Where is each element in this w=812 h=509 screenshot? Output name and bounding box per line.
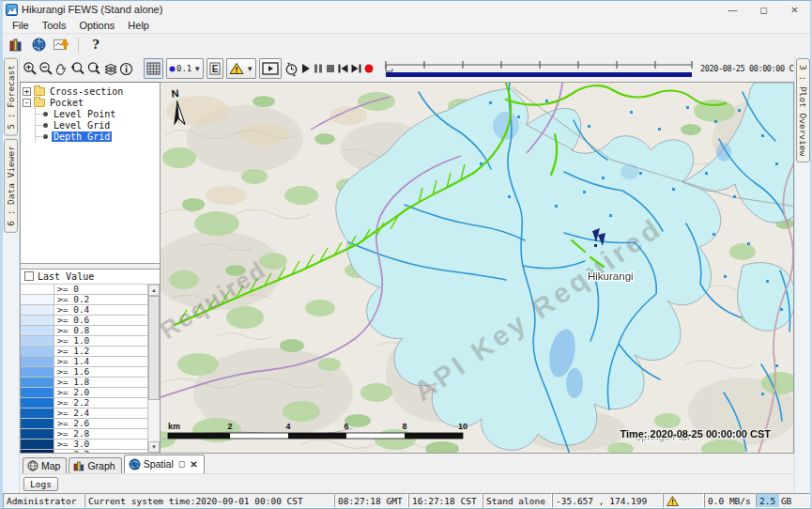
svg-text:6: 6 xyxy=(344,422,348,431)
chevron-down-icon: ▼ xyxy=(246,65,253,73)
layers-icon[interactable] xyxy=(103,58,118,79)
legend-row: >= 1.8 xyxy=(21,378,147,388)
help-button[interactable]: ? xyxy=(86,37,105,54)
logs-button[interactable]: Logs xyxy=(23,477,58,491)
title-bar[interactable]: Hikurangi FEWS (Stand alone) — ◻ ✕ xyxy=(3,1,810,18)
svg-text:E: E xyxy=(212,64,219,74)
timeline-extent-bar xyxy=(386,72,692,77)
legend-swatch xyxy=(21,388,54,397)
database-display-icon[interactable] xyxy=(7,37,25,54)
zoom-previous-icon[interactable] xyxy=(69,58,85,79)
legend-row: >= 0.6 xyxy=(21,316,147,326)
bullet-icon xyxy=(43,112,48,116)
scroll-up-icon[interactable]: ▲ xyxy=(148,285,160,296)
tab-spatial[interactable]: Spatial ◻ ✕ xyxy=(124,455,205,473)
grid-display-button[interactable] xyxy=(144,58,163,79)
legend-row: >= 2.4 xyxy=(21,409,147,419)
labels-button[interactable]: E xyxy=(207,58,223,79)
right-tab-strip: 3 : Plot Overview xyxy=(794,55,810,493)
status-warning-cell[interactable] xyxy=(663,493,704,508)
legend-row: >= 1.4 xyxy=(21,357,147,367)
legend-swatch xyxy=(21,357,54,366)
zoom-in-icon[interactable] xyxy=(23,58,38,79)
tree-node-label[interactable]: Level Point xyxy=(52,109,117,119)
menu-help[interactable]: Help xyxy=(122,19,155,32)
zoom-next-icon[interactable] xyxy=(86,58,102,79)
tree-node-depth-grid[interactable]: Depth Grid xyxy=(36,131,158,142)
legend-swatch xyxy=(21,347,54,356)
menu-options[interactable]: Options xyxy=(73,19,120,32)
close-tab-icon[interactable]: ✕ xyxy=(190,459,197,470)
status-mode: Stand alone xyxy=(483,493,552,508)
legend-swatch xyxy=(21,367,54,377)
legend-scrollbar[interactable]: ▲ ▼ xyxy=(147,285,160,453)
menu-file[interactable]: File xyxy=(7,19,35,32)
bullet-icon xyxy=(43,134,48,139)
classbreaks-value: 0.1 xyxy=(176,64,192,73)
legend-panel: Last Value >= 0 >= 0.2 >= 0.4 >= 0.6 >= … xyxy=(21,269,160,453)
movie-player-button[interactable] xyxy=(259,58,282,79)
scroll-down-icon[interactable]: ▼ xyxy=(148,441,160,453)
maximize-button[interactable]: ◻ xyxy=(748,1,779,18)
toolbar-separator xyxy=(78,38,79,53)
legend-swatch xyxy=(21,398,54,408)
stop-button[interactable] xyxy=(325,58,336,79)
zoom-out-icon[interactable] xyxy=(38,58,54,79)
tab-forecast[interactable]: 5 : Forecast xyxy=(4,58,18,136)
profile-display-icon[interactable] xyxy=(52,37,70,54)
skip-to-end-button[interactable] xyxy=(350,58,362,79)
legend-swatch xyxy=(21,450,54,453)
menu-bar: File Tools Options Help xyxy=(3,18,810,34)
tree-node-label[interactable]: Pocket xyxy=(48,98,85,108)
data-viewer-panel: + Cross-section - Pocket Lev xyxy=(20,82,161,454)
play-button[interactable] xyxy=(300,58,312,79)
last-value-checkbox[interactable] xyxy=(24,271,34,281)
tree-node-label[interactable]: Cross-section xyxy=(48,86,125,97)
tree-node-pocket[interactable]: - Pocket xyxy=(23,97,158,108)
legend-row: >= 2.0 xyxy=(21,388,147,398)
legend-row: >= 2.6 xyxy=(21,419,147,429)
legend-swatch xyxy=(21,429,54,439)
tab-map[interactable]: Map xyxy=(23,457,67,473)
legend-swatch xyxy=(21,440,54,449)
timeline-slider[interactable] xyxy=(383,58,695,79)
tab-plot-overview[interactable]: 3 : Plot Overview xyxy=(796,58,810,162)
scroll-thumb[interactable] xyxy=(148,296,160,401)
spatial-globe-icon xyxy=(129,458,141,470)
minimize-button[interactable]: — xyxy=(717,1,748,18)
legend-swatch xyxy=(21,326,54,335)
tree-node-label-selected[interactable]: Depth Grid xyxy=(52,131,112,142)
view-tab-bar: Map Graph Spatial ◻ ✕ xyxy=(20,454,794,473)
folder-icon xyxy=(34,87,45,96)
warnings-dropdown[interactable]: ▼ xyxy=(226,58,256,79)
close-button[interactable]: ✕ xyxy=(779,1,810,18)
tree-node-level-grid[interactable]: Level Grid xyxy=(36,119,158,131)
pause-button[interactable] xyxy=(313,58,324,79)
info-icon[interactable] xyxy=(119,58,133,79)
tree-node-cross-section[interactable]: + Cross-section xyxy=(23,85,158,97)
classbreaks-dropdown[interactable]: 0.1 ▼ xyxy=(166,58,204,79)
tree-node-label[interactable]: Level Grid xyxy=(52,120,112,131)
map-canvas[interactable]: API Key Required API Key Required Hikura… xyxy=(161,82,794,454)
tab-graph[interactable]: Graph xyxy=(69,457,121,473)
timestep-clock-icon[interactable] xyxy=(283,58,299,79)
legend-row: >= 1.6 xyxy=(21,367,147,378)
legend-row: >= 0 xyxy=(21,285,147,295)
status-system-time: Current system time:2020-09-01 00:00 CST xyxy=(84,493,334,508)
layer-tree[interactable]: + Cross-section - Pocket Lev xyxy=(21,83,160,264)
tab-data-viewer[interactable]: 6 : Data Viewer xyxy=(4,139,18,233)
skip-to-start-button[interactable] xyxy=(337,58,349,79)
legend-swatch xyxy=(21,419,54,428)
globe-icon[interactable] xyxy=(29,37,48,54)
record-button[interactable] xyxy=(363,58,375,79)
status-user: Administrator xyxy=(3,493,84,508)
collapse-icon[interactable]: - xyxy=(23,99,31,107)
status-transfer-rate: 0.0 MB/s xyxy=(704,493,756,508)
pan-hand-icon[interactable] xyxy=(54,58,69,79)
expand-icon[interactable]: + xyxy=(23,87,31,96)
globe-wire-icon xyxy=(27,460,38,471)
menu-tools[interactable]: Tools xyxy=(37,19,72,32)
undock-icon[interactable]: ◻ xyxy=(178,459,185,469)
tree-node-level-point[interactable]: Level Point xyxy=(36,108,158,119)
status-memory: 2.5 GB xyxy=(756,493,810,508)
